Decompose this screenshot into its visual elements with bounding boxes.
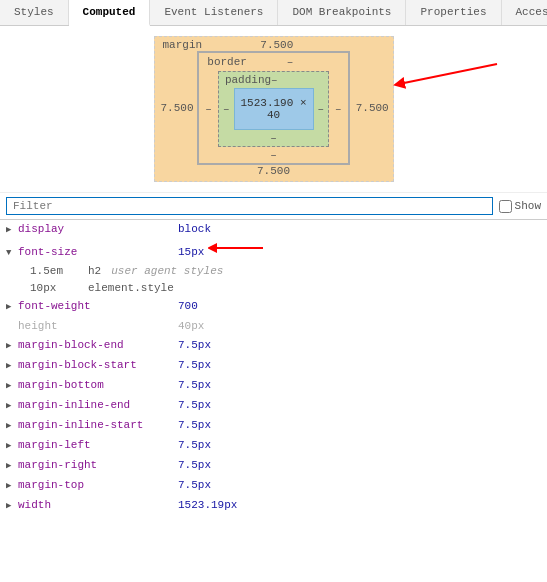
expand-toggle-font-size[interactable]: ▼: [6, 245, 18, 262]
expand-toggle-margin-block-start[interactable]: ▶: [6, 358, 18, 375]
property-row-margin-inline-start[interactable]: ▶margin-inline-start7.5px: [0, 416, 547, 436]
sub-source-0: 1.5em: [30, 263, 80, 280]
prop-value-height: 40px: [178, 318, 204, 335]
property-row-margin-block-start[interactable]: ▶margin-block-start7.5px: [0, 356, 547, 376]
expand-toggle-display[interactable]: ▶: [6, 222, 18, 239]
box-model-area: margin 7.500 7.500 7.500 border – – –: [0, 26, 547, 193]
prop-name-font-weight: font-weight: [18, 298, 178, 315]
prop-name-margin-inline-end: margin-inline-end: [18, 397, 178, 414]
property-row-height[interactable]: height40px: [0, 317, 547, 336]
prop-value-margin-block-start: 7.5px: [178, 357, 211, 374]
sub-row-font-size-0: 1.5emh2user agent styles: [0, 263, 547, 280]
sub-label-0: h2: [80, 263, 101, 280]
filter-input[interactable]: [6, 197, 493, 215]
expand-toggle-margin-left[interactable]: ▶: [6, 438, 18, 455]
prop-name-margin-block-end: margin-block-end: [18, 337, 178, 354]
prop-value-width: 1523.19px: [178, 497, 237, 514]
filter-bar: Show: [0, 193, 547, 220]
border-bottom-value: –: [270, 149, 277, 161]
expand-toggle-margin-inline-start[interactable]: ▶: [6, 418, 18, 435]
property-row-font-weight[interactable]: ▶font-weight700: [0, 297, 547, 317]
prop-value-margin-bottom: 7.5px: [178, 377, 211, 394]
prop-name-height: height: [18, 318, 178, 335]
expand-toggle-margin-bottom[interactable]: ▶: [6, 378, 18, 395]
border-label-row: border – –: [199, 53, 347, 71]
prop-value-margin-inline-end: 7.5px: [178, 397, 211, 414]
margin-middle-row: 7.500 border – – – padding–: [155, 51, 393, 165]
tab-accessibility[interactable]: Accessibility: [502, 0, 548, 25]
prop-value-margin-left: 7.5px: [178, 437, 211, 454]
prop-name-width: width: [18, 497, 178, 514]
prop-name-margin-right: margin-right: [18, 457, 178, 474]
tab-properties[interactable]: Properties: [406, 0, 501, 25]
prop-name-margin-left: margin-left: [18, 437, 178, 454]
properties-list: ▶displayblock▼font-size15px 1.5emh2user …: [0, 220, 547, 516]
margin-left-value: 7.500: [155, 102, 198, 114]
prop-value-margin-top: 7.5px: [178, 477, 211, 494]
expand-toggle-font-weight[interactable]: ▶: [6, 299, 18, 316]
expand-toggle-margin-right[interactable]: ▶: [6, 458, 18, 475]
prop-value-font-weight: 700: [178, 298, 198, 315]
padding-box: padding– – – 1523.190 × 40 –: [218, 71, 329, 147]
border-middle-row: – padding– – –: [199, 71, 347, 147]
padding-middle-row: – 1523.190 × 40 –: [219, 88, 328, 130]
padding-bottom-label: –: [219, 130, 328, 146]
margin-right-value: 7.500: [350, 102, 393, 114]
sub-label-1: element.style: [80, 280, 174, 297]
expand-toggle-margin-block-end[interactable]: ▶: [6, 338, 18, 355]
border-bottom-label: –: [199, 147, 347, 163]
content-box: 1523.190 × 40: [234, 88, 314, 130]
prop-name-margin-block-start: margin-block-start: [18, 357, 178, 374]
property-row-margin-top[interactable]: ▶margin-top7.5px: [0, 476, 547, 496]
tab-computed[interactable]: Computed: [69, 0, 151, 26]
property-row-font-size[interactable]: ▼font-size15px: [0, 240, 547, 263]
show-checkbox[interactable]: [499, 200, 512, 213]
tab-dom-breakpoints[interactable]: DOM Breakpoints: [278, 0, 406, 25]
user-agent-note: user agent styles: [101, 263, 223, 280]
property-row-margin-block-end[interactable]: ▶margin-block-end7.5px: [0, 336, 547, 356]
border-right-value: –: [329, 103, 348, 115]
prop-name-display: display: [18, 221, 178, 238]
sub-row-font-size-1: 10pxelement.style: [0, 280, 547, 297]
expand-toggle-margin-top[interactable]: ▶: [6, 478, 18, 495]
property-row-margin-left[interactable]: ▶margin-left7.5px: [0, 436, 547, 456]
prop-name-font-size: font-size: [18, 244, 178, 261]
prop-value-margin-inline-start: 7.5px: [178, 417, 211, 434]
expand-toggle-margin-inline-end[interactable]: ▶: [6, 398, 18, 415]
box-model-arrow: [389, 54, 499, 109]
tab-styles[interactable]: Styles: [0, 0, 69, 25]
border-left-value: –: [199, 103, 218, 115]
margin-label: margin: [163, 39, 203, 51]
prop-name-margin-bottom: margin-bottom: [18, 377, 178, 394]
margin-top-value: 7.500: [260, 39, 293, 51]
sub-source-1: 10px: [30, 280, 80, 297]
padding-label: padding–: [225, 74, 278, 86]
prop-value-margin-right: 7.5px: [178, 457, 211, 474]
border-top-value: –: [287, 56, 294, 68]
property-row-margin-bottom[interactable]: ▶margin-bottom7.5px: [0, 376, 547, 396]
property-row-margin-inline-end[interactable]: ▶margin-inline-end7.5px: [0, 396, 547, 416]
svg-line-1: [399, 64, 497, 84]
tab-bar: Styles Computed Event Listeners DOM Brea…: [0, 0, 547, 26]
padding-bottom-value: –: [270, 132, 277, 144]
property-row-display[interactable]: ▶displayblock: [0, 220, 547, 240]
prop-name-margin-top: margin-top: [18, 477, 178, 494]
font-size-arrow: [208, 241, 268, 255]
border-box: border – – – padding– –: [197, 51, 349, 165]
property-row-margin-right[interactable]: ▶margin-right7.5px: [0, 456, 547, 476]
property-row-width[interactable]: ▶width1523.19px: [0, 496, 547, 516]
show-checkbox-label: Show: [499, 200, 541, 213]
prop-value-font-size: 15px: [178, 244, 204, 261]
prop-value-margin-block-end: 7.5px: [178, 337, 211, 354]
show-label: Show: [515, 200, 541, 212]
border-label: border: [207, 56, 247, 68]
content-dimensions: 1523.190 × 40: [240, 97, 306, 121]
tab-event-listeners[interactable]: Event Listeners: [150, 0, 278, 25]
padding-right-value: –: [314, 103, 329, 115]
prop-name-margin-inline-start: margin-inline-start: [18, 417, 178, 434]
margin-box: margin 7.500 7.500 7.500 border – – –: [154, 36, 394, 182]
box-model: margin 7.500 7.500 7.500 border – – –: [154, 36, 394, 182]
expand-toggle-width[interactable]: ▶: [6, 498, 18, 515]
prop-value-display: block: [178, 221, 211, 238]
padding-left-value: –: [219, 103, 234, 115]
